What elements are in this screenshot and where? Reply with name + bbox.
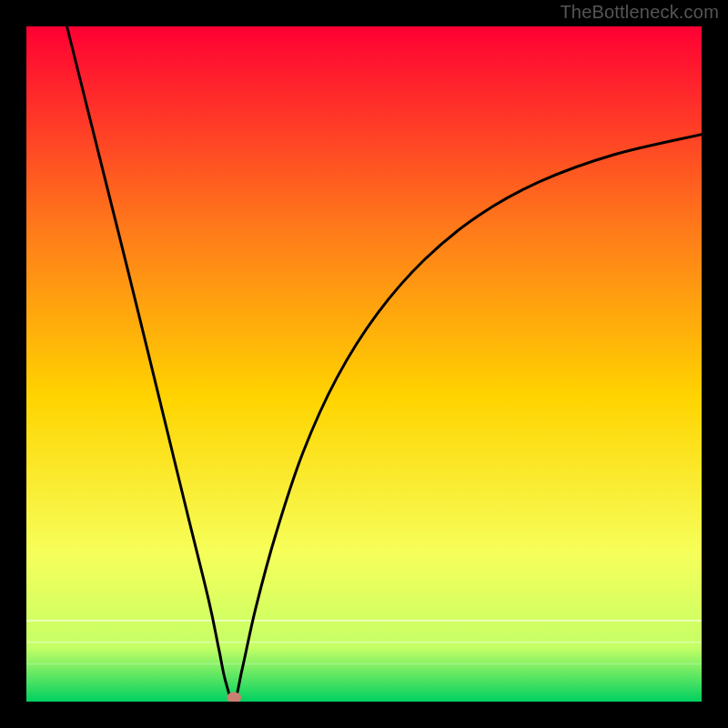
watermark: TheBottleneck.com xyxy=(560,2,719,23)
gradient-background xyxy=(26,26,702,702)
chart-frame: TheBottleneck.com xyxy=(0,0,728,728)
chart-plot xyxy=(26,26,702,702)
